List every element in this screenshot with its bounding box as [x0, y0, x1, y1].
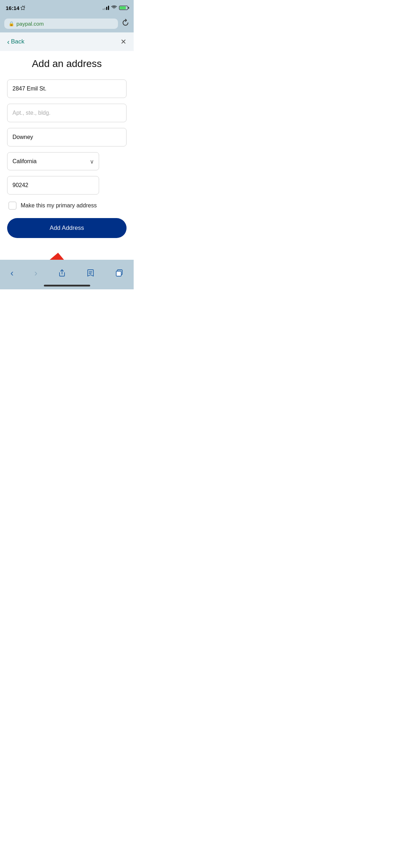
back-label: Back [11, 38, 25, 45]
share-icon [58, 269, 66, 277]
browser-back-button[interactable]: ‹ [10, 268, 14, 279]
bottom-toolbar: ‹ › [0, 260, 134, 285]
lock-icon: 🔒 [9, 21, 14, 26]
back-button[interactable]: ‹ Back [7, 38, 24, 46]
primary-address-label: Make this my primary address [21, 202, 97, 209]
status-bar: 16:14 [0, 0, 134, 16]
nav-bar: ‹ Back ✕ [0, 32, 134, 51]
time-display: 16:14 [6, 5, 19, 11]
tabs-button[interactable] [115, 269, 123, 277]
status-icons [103, 5, 128, 11]
bookmarks-icon [87, 269, 94, 277]
zip-field [7, 176, 127, 195]
close-button[interactable]: ✕ [120, 37, 127, 46]
city-field [7, 128, 127, 146]
street-input[interactable] [7, 79, 127, 98]
add-address-label: Add Address [50, 224, 84, 231]
home-indicator [44, 285, 90, 286]
main-content: ‹ Back ✕ Add an address California Alaba… [0, 32, 134, 289]
share-button[interactable] [58, 269, 66, 277]
close-icon: ✕ [120, 38, 127, 46]
bookmarks-button[interactable] [87, 269, 94, 277]
bottom-bar: ‹ › [0, 260, 134, 289]
zip-input[interactable] [7, 176, 99, 195]
city-input[interactable] [7, 128, 127, 146]
url-bar[interactable]: 🔒 paypal.com [4, 19, 118, 29]
state-select-wrapper: California Alabama Alaska Arizona Arkans… [7, 152, 99, 170]
zip-wrapper [7, 176, 99, 195]
svg-rect-2 [116, 271, 121, 276]
browser-bar: 🔒 paypal.com [0, 16, 134, 32]
street-field [7, 79, 127, 98]
url-text: paypal.com [16, 21, 44, 27]
browser-back-icon: ‹ [10, 268, 14, 279]
status-time: 16:14 [6, 5, 25, 11]
wifi-icon [111, 5, 117, 11]
apt-field [7, 104, 127, 122]
refresh-icon [122, 19, 129, 27]
state-field: California Alabama Alaska Arizona Arkans… [7, 152, 127, 170]
page-title: Add an address [7, 58, 127, 69]
refresh-button[interactable] [122, 19, 129, 29]
add-address-button[interactable]: Add Address [7, 218, 127, 238]
location-icon [21, 6, 25, 10]
browser-forward-button[interactable]: › [34, 268, 37, 279]
tabs-icon [115, 269, 123, 277]
primary-address-checkbox[interactable] [9, 202, 16, 210]
chevron-left-icon: ‹ [7, 38, 10, 46]
apt-input[interactable] [7, 104, 127, 122]
state-select[interactable]: California Alabama Alaska Arizona Arkans… [7, 152, 99, 170]
battery-icon [119, 6, 128, 10]
primary-address-row: Make this my primary address [7, 202, 127, 210]
browser-forward-icon: › [34, 268, 37, 279]
signal-icon [103, 6, 109, 10]
form-container: Add an address California Alabama Alaska… [0, 51, 134, 289]
